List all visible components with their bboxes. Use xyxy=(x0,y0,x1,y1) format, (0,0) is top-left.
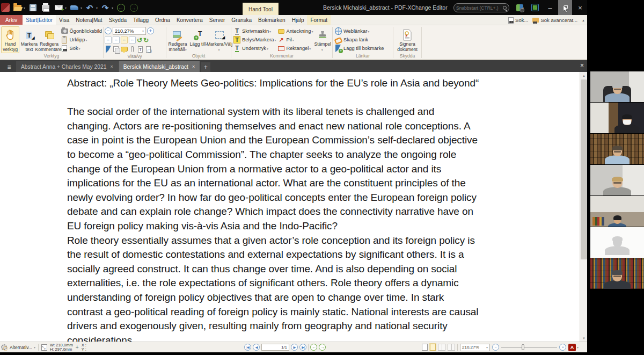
arrow-tool-button[interactable]: ↗Pil▾ xyxy=(277,36,313,44)
zoom-out-button[interactable]: − xyxy=(105,27,112,34)
vertical-scrollbar[interactable]: ▲ ▼ xyxy=(580,72,587,342)
rotate-right-button[interactable]: ↻ xyxy=(143,37,149,44)
attachments-panel-icon[interactable] xyxy=(131,46,134,52)
modules-button[interactable]: ▾ xyxy=(514,3,526,12)
fit-width-button[interactable] xyxy=(121,37,128,44)
tab-granska[interactable]: Granska xyxy=(228,15,255,25)
collapse-ribbon-icon[interactable]: ▲ xyxy=(582,19,585,22)
properties-panel-icon[interactable] xyxy=(146,46,151,53)
history-back-button[interactable]: ← xyxy=(310,344,317,351)
open-file-button[interactable] xyxy=(12,2,23,13)
sticky-note-button[interactable]: Anteckning▾ xyxy=(277,27,313,35)
redo-button[interactable]: ↷ xyxy=(100,2,111,13)
select-object-button[interactable]: Markera/Välj ▾ xyxy=(209,26,230,53)
last-page-button[interactable]: ▶| xyxy=(299,344,306,351)
scroll-down-icon[interactable]: ▼ xyxy=(580,335,587,342)
bookmarks-panel-icon[interactable] xyxy=(106,46,111,53)
close-tab-icon[interactable]: × xyxy=(192,64,195,69)
fit-visible-button[interactable] xyxy=(129,37,136,44)
participant-video-3[interactable] xyxy=(590,134,644,164)
zoom-out-button-status[interactable]: − xyxy=(492,344,499,351)
single-page-layout-button[interactable] xyxy=(422,344,428,351)
previous-page-button[interactable]: ◀ xyxy=(253,344,260,351)
quickstart-search[interactable] xyxy=(453,3,509,12)
stamp-button[interactable]: Stämpel ▾ xyxy=(313,26,332,53)
history-forward-button[interactable]: → xyxy=(319,344,326,351)
hand-tool-button[interactable]: Hand verktyg xyxy=(1,26,19,53)
add-object-button[interactable]: Lägg till ▾ xyxy=(188,26,209,53)
zoom-in-button-status[interactable]: + xyxy=(559,344,566,351)
edit-comments-button[interactable]: Redigera Kommentarer xyxy=(39,26,60,53)
nav-back-button[interactable]: ← xyxy=(115,2,126,13)
document-list-menu-icon[interactable]: ≡ xyxy=(3,62,15,72)
rectangle-tool-button[interactable]: Rektangel▾ xyxy=(277,45,313,52)
sign-document-button[interactable]: Signera dokument xyxy=(395,26,420,53)
create-link-button[interactable]: Skapa länk xyxy=(335,36,384,44)
tab-visa[interactable]: Visa xyxy=(56,15,72,25)
participant-video-2[interactable] xyxy=(590,103,644,133)
document-tab-1[interactable]: Abstract Anna + Charles May 2021 × xyxy=(16,61,118,72)
snapshot-button[interactable]: Ögonblicksbild xyxy=(61,27,102,35)
options-dropdown[interactable]: Alternativ... xyxy=(10,345,32,350)
edit-content-button[interactable]: Redigera Innehåll ▾ xyxy=(167,26,188,53)
nav-forward-button[interactable]: → xyxy=(128,2,139,13)
tab-konvertera[interactable]: Konvertera xyxy=(173,15,206,25)
tab-tillagg[interactable]: Tillägg xyxy=(130,15,152,25)
zoom-slider[interactable] xyxy=(501,344,557,351)
underline-button[interactable]: TUnderstryk▾ xyxy=(233,45,276,52)
quickstart-search-input[interactable] xyxy=(456,5,503,11)
fields-panel-icon[interactable]: T xyxy=(138,46,143,53)
close-document-button[interactable]: × xyxy=(580,62,584,69)
comments-panel-icon[interactable] xyxy=(121,47,128,52)
print-button[interactable] xyxy=(40,2,51,13)
ribbon-zoom-combo[interactable]: 210,27%▾ xyxy=(113,27,146,35)
first-page-button[interactable]: |◀ xyxy=(244,344,251,351)
participant-video-5[interactable] xyxy=(590,196,644,227)
tab-skydda[interactable]: Skydda xyxy=(106,15,130,25)
tab-hjalp[interactable]: Hjälp xyxy=(289,15,308,25)
adobe-reader-icon[interactable]: A xyxy=(568,344,576,351)
actual-size-button[interactable] xyxy=(105,37,112,44)
two-page-continuous-layout-button[interactable] xyxy=(448,344,455,351)
tab-start-editor[interactable]: Start|Editor xyxy=(23,15,56,25)
fit-page-button[interactable] xyxy=(113,37,120,44)
minimize-button[interactable]: – xyxy=(543,0,557,15)
undo-button[interactable]: ↶ xyxy=(84,2,95,13)
search-tool-button[interactable]: Sök▾ xyxy=(61,45,102,52)
weblinks-button[interactable]: Weblänkar▾ xyxy=(335,27,384,35)
zoom-in-button[interactable]: + xyxy=(147,27,154,34)
tab-arkiv[interactable]: Arkiv xyxy=(0,15,23,25)
clipboard-button[interactable]: Urklipp▾ xyxy=(61,36,102,44)
next-page-button[interactable]: ▶ xyxy=(291,344,298,351)
thumbnails-panel-icon[interactable] xyxy=(113,46,120,53)
search-button[interactable]: Sök... xyxy=(508,17,528,24)
typewriter-button[interactable]: TSkrivmaskin▾ xyxy=(233,27,276,35)
participant-video-1[interactable] xyxy=(590,71,644,102)
close-tab-icon[interactable]: × xyxy=(110,64,113,69)
advanced-search-button[interactable]: Sök avancerat... xyxy=(532,17,577,23)
page-number-field[interactable]: 1/1 xyxy=(261,344,289,351)
tab-ordna[interactable]: Ordna xyxy=(152,15,173,25)
tab-notera-mat[interactable]: Notera|Mät xyxy=(72,15,105,25)
scroll-up-icon[interactable]: ▲ xyxy=(580,72,587,79)
save-button[interactable] xyxy=(27,2,38,13)
rotate-left-button[interactable]: ↺ xyxy=(137,37,142,44)
document-tab-2[interactable]: Bersick Michalski_abstract × xyxy=(119,61,200,72)
document-page[interactable]: Abstract: „Role Theory Meets Geo-politic… xyxy=(0,72,587,342)
participant-video-4[interactable] xyxy=(590,165,644,195)
tab-server[interactable]: Server xyxy=(206,15,228,25)
participant-video-7[interactable] xyxy=(590,258,644,289)
new-tab-button[interactable]: + xyxy=(201,62,210,72)
tab-format[interactable]: Format xyxy=(307,15,331,25)
scrollbar-thumb[interactable] xyxy=(581,79,587,259)
close-window-button[interactable]: × xyxy=(573,0,587,15)
add-bookmark-button[interactable]: Lägg till bokmärke xyxy=(335,45,384,52)
participant-avatar-placeholder[interactable] xyxy=(590,227,644,258)
continuous-layout-button[interactable] xyxy=(430,344,436,351)
zoom-level-combo[interactable]: 210,27%▾ xyxy=(460,344,490,351)
zoom-slider-thumb[interactable] xyxy=(522,344,524,350)
scan-button[interactable] xyxy=(69,2,79,13)
highlight-button[interactable]: TBelys/Markera▾ xyxy=(233,36,276,44)
fullscreen-button[interactable] xyxy=(529,3,541,12)
two-page-layout-button[interactable] xyxy=(438,344,445,351)
